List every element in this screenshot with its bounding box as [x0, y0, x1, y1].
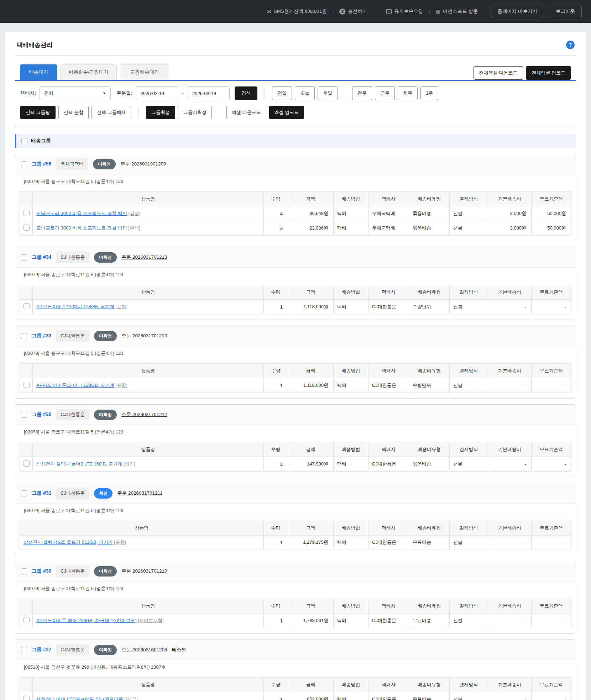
group-checkbox[interactable] — [21, 490, 27, 496]
product-link[interactable]: 삼성전자 갤럭시S25 울트라 512GB, 공기계 — [23, 540, 113, 545]
group-checkbox[interactable] — [21, 333, 27, 339]
excel-download-all-button[interactable]: 전체엑셀 다운로드 — [474, 66, 523, 80]
order-link[interactable]: 주문 2026031901209 — [120, 161, 166, 167]
order-link[interactable]: 주문 2026031701211 — [117, 490, 162, 496]
group-checkbox[interactable] — [21, 254, 27, 260]
product-link[interactable]: 세진침대 미네 LED모션베드 SS (메모리폼) — [36, 696, 125, 700]
row-checkbox[interactable] — [23, 460, 30, 467]
action-button[interactable]: 차주 — [398, 86, 418, 100]
column-header: 금액 — [288, 521, 334, 536]
cell: 1,788,061원 — [288, 614, 334, 628]
select-all-groups-checkbox[interactable] — [21, 138, 27, 144]
product-link[interactable]: APPLE 아이폰13 미니 128GB, 공기계 — [36, 304, 114, 309]
search-button[interactable]: 검색 — [235, 86, 257, 100]
date-from-input[interactable] — [136, 86, 178, 100]
filter-row: 택배사: 전체 ▼ 주문일: ~ 검색 전일오늘후일 전주금주차주1주 — [20, 86, 571, 100]
maintenance-link[interactable]: ↗ 유지보수요청 — [386, 8, 423, 15]
carrier-label: 택배사: — [20, 90, 36, 96]
column-header: 무료기준액 — [532, 678, 571, 692]
group-name-link[interactable]: 그룹 #30 — [32, 568, 51, 574]
column-header: 택배사 — [368, 285, 409, 300]
group-table-wrap: 상품명수량금액배송방법택배사배송비유형결제방식기본배송비무료기준액 모닝글로리 … — [15, 189, 576, 241]
group-name-link[interactable]: 그룹 #27 — [32, 647, 51, 653]
cell: 묶음배송 — [409, 457, 450, 472]
row-checkbox[interactable] — [23, 303, 30, 309]
action-button[interactable]: 선택 분할 — [58, 106, 89, 119]
date-to-input[interactable] — [188, 86, 230, 100]
order-link[interactable]: 주문 2026031701210 — [121, 568, 167, 574]
group-name-link[interactable]: 그룹 #34 — [32, 254, 51, 260]
group-checkbox[interactable] — [21, 161, 27, 167]
cell: 선불 — [450, 536, 488, 549]
action-button[interactable]: 선택 그룹핑 — [20, 106, 56, 119]
recharge-link[interactable]: $ 충전하기 — [339, 8, 367, 15]
table-row: 세진침대 미네 LED모션베드 SS (메모리폼) [싱글]1652,080원택… — [20, 692, 571, 700]
action-button[interactable]: 그룹미확정 — [178, 106, 212, 119]
group-checkbox[interactable] — [21, 647, 27, 653]
cell: 1 — [264, 536, 288, 549]
checkbox-column-header — [20, 678, 33, 692]
row-checkbox-cell — [20, 457, 33, 472]
order-link[interactable]: 주문 2026031701213 — [121, 333, 167, 339]
group-name-link[interactable]: 그룹 #31 — [32, 490, 51, 496]
row-checkbox-cell — [20, 692, 33, 700]
product-link[interactable]: 모닝글로리 3000 비움 스프링노트 좌철 방안 — [36, 225, 127, 231]
action-button[interactable]: 엑셀 다운로드 — [226, 106, 266, 119]
action-button[interactable]: 전주 — [352, 86, 372, 100]
tab-inactive[interactable]: 반품회수/교환대기 — [61, 64, 117, 80]
group-name-link[interactable]: 그룹 #32 — [32, 411, 51, 418]
cell: 택배 — [334, 378, 368, 393]
action-button[interactable]: 금주 — [375, 86, 395, 100]
column-header: 수량 — [264, 521, 288, 536]
column-header: 기본배송비 — [488, 285, 532, 300]
action-button[interactable]: 오늘 — [295, 86, 315, 100]
product-link[interactable]: 모닝글로리 3000 비움 스프링노트 좌철 방안 — [36, 211, 127, 216]
action-button[interactable]: 엑셀 업로드 — [269, 106, 304, 119]
tab-active[interactable]: 배송대기 — [20, 64, 57, 80]
action-button[interactable]: 전일 — [272, 86, 292, 100]
product-link[interactable]: 삼성전자 갤럭시 폴더2 LTE 16GB, 공기계 — [36, 461, 122, 467]
tab-inactive[interactable]: 교환배송대기 — [120, 64, 169, 80]
row-checkbox[interactable] — [23, 696, 30, 700]
product-cell: APPLE 아이폰13 미니 128GB, 공기계 [포함] — [33, 300, 264, 314]
product-cell: 삼성전자 갤럭시S25 울트라 512GB, 공기계 [포함] — [20, 536, 264, 549]
order-link[interactable]: 주문 2026031601208 — [121, 647, 167, 653]
action-button[interactable]: 후일 — [318, 86, 338, 100]
group-checkbox[interactable] — [21, 568, 27, 574]
group-table: 상품명수량금액배송방법택배사배송비유형결제방식기본배송비무료기준액 APPLE … — [20, 285, 571, 314]
carrier-select[interactable]: 전체 ▼ — [40, 86, 111, 100]
divider — [219, 107, 219, 118]
table-header-row: 상품명수량금액배송방법택배사배송비유형결제방식기본배송비무료기준액 — [20, 678, 571, 692]
table-header-row: 상품명수량금액배송방법택배사배송비유형결제방식기본배송비무료기준액 — [20, 192, 571, 206]
group-name-link[interactable]: 그룹 #56 — [32, 161, 51, 167]
row-checkbox[interactable] — [23, 210, 30, 216]
row-checkbox[interactable] — [23, 617, 30, 623]
group-header: 그룹 #32 CJ대한통운 미확정 주문 2026031701212 — [15, 405, 576, 425]
carrier-chip: CJ대한통운 — [56, 644, 89, 656]
group-checkbox[interactable] — [21, 412, 27, 418]
cell: 4 — [264, 206, 288, 221]
row-checkbox[interactable] — [23, 225, 30, 231]
sms-balance-label: SMS현재잔액 808,831원 — [274, 8, 327, 15]
product-link[interactable]: APPLE 아이폰13 미니 128GB, 공기계 — [36, 383, 114, 388]
help-icon[interactable]: ? — [566, 41, 575, 49]
visit-link[interactable]: ▦ 비젠소프트 방문 — [436, 8, 478, 15]
group-address: [03079] 서울 종로구 대학로11길 5 (명륜4가) 123 — [15, 346, 576, 360]
action-button[interactable]: 1주 — [420, 86, 438, 100]
row-checkbox[interactable] — [23, 382, 30, 388]
order-link[interactable]: 주문 2026031701213 — [121, 254, 167, 260]
carrier-chip: 우체국택배 — [56, 158, 88, 170]
column-header: 배송방법 — [334, 192, 368, 206]
logout-button[interactable]: 로그아웃 — [549, 5, 582, 18]
homepage-button[interactable]: 홈페이지 바로가기 — [491, 5, 544, 18]
excel-upload-all-button[interactable]: 전체엑셀 업로드 — [526, 66, 571, 80]
cell: 선불 — [450, 378, 488, 393]
action-button[interactable]: 그룹확정 — [146, 106, 175, 119]
action-button[interactable]: 선택 그룹해제 — [91, 106, 131, 119]
order-link[interactable]: 주문 2026031701212 — [121, 411, 167, 418]
cell: 147,980원 — [288, 457, 334, 472]
cell: 3,000원 — [488, 206, 532, 221]
product-link[interactable]: APPLE 아이폰 에어 256GB, 자급제 (스카이블루) — [36, 618, 137, 623]
cell: - — [532, 614, 571, 628]
group-name-link[interactable]: 그룹 #33 — [32, 333, 51, 339]
